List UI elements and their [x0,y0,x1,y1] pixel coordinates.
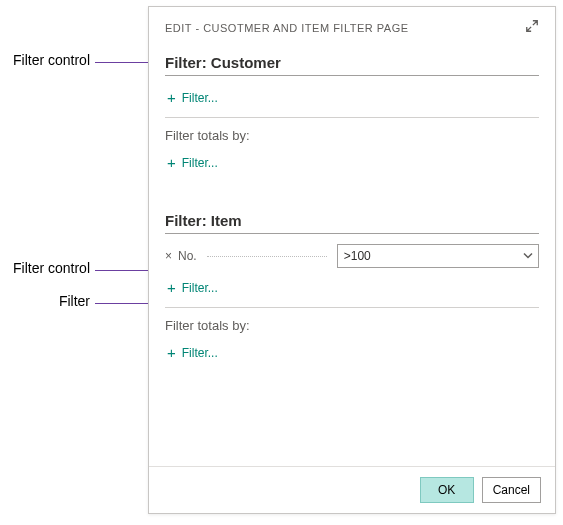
annotation-filter-control-2: Filter control [0,260,90,276]
section-heading-customer: Filter: Customer [165,48,539,76]
add-totals-filter-item[interactable]: + Filter... [165,341,539,370]
filter-totals-label-item: Filter totals by: [165,316,539,341]
cancel-button[interactable]: Cancel [482,477,541,503]
plus-icon: + [167,280,176,295]
divider [165,307,539,308]
dialog-header: EDIT - CUSOTMER AND ITEM FILTER PAGE [149,7,555,40]
section-gap [165,180,539,206]
add-filter-label: Filter... [182,281,218,295]
divider [165,117,539,118]
filter-row-no: × No. [165,244,539,276]
plus-icon: + [167,90,176,105]
filter-value-input[interactable] [337,244,539,268]
annotation-filter-control-1: Filter control [0,52,90,68]
add-filter-customer[interactable]: + Filter... [165,86,539,115]
add-filter-label: Filter... [182,156,218,170]
add-filter-item[interactable]: + Filter... [165,276,539,305]
ok-button[interactable]: OK [420,477,474,503]
annotation-filter: Filter [0,293,90,309]
filter-field-label: No. [178,249,197,263]
dialog-title: EDIT - CUSOTMER AND ITEM FILTER PAGE [165,22,409,34]
filter-totals-label-customer: Filter totals by: [165,126,539,151]
plus-icon: + [167,155,176,170]
dialog: EDIT - CUSOTMER AND ITEM FILTER PAGE Fil… [148,6,556,514]
add-filter-label: Filter... [182,346,218,360]
remove-filter-icon[interactable]: × [165,250,172,262]
add-filter-label: Filter... [182,91,218,105]
filter-input-wrap [337,244,539,268]
dialog-footer: OK Cancel [149,466,555,513]
add-totals-filter-customer[interactable]: + Filter... [165,151,539,180]
plus-icon: + [167,345,176,360]
dotted-leader [207,256,327,257]
dialog-body: Filter: Customer + Filter... Filter tota… [149,40,555,370]
section-heading-item: Filter: Item [165,206,539,234]
expand-icon[interactable] [525,19,539,36]
